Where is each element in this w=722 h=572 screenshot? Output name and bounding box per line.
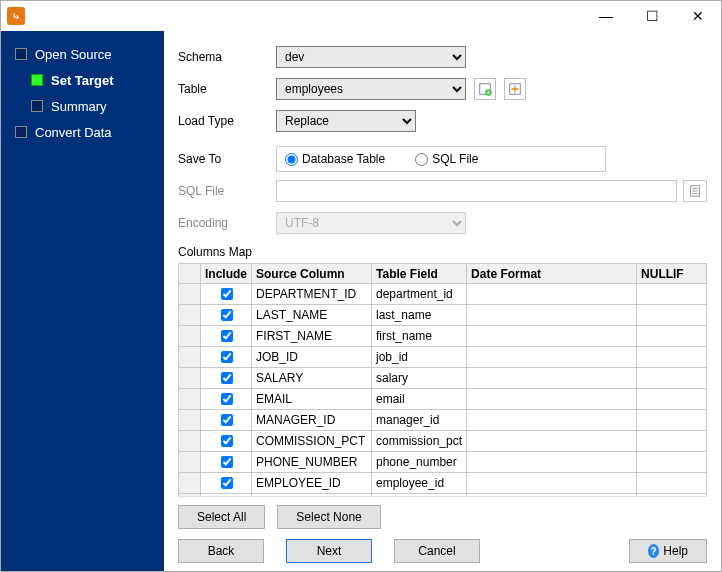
row-header[interactable] xyxy=(179,305,201,326)
field-cell[interactable]: first_name xyxy=(372,326,467,347)
source-cell[interactable]: JOB_ID xyxy=(252,347,372,368)
field-cell[interactable]: salary xyxy=(372,368,467,389)
nullif-cell[interactable] xyxy=(637,473,707,494)
include-checkbox[interactable] xyxy=(221,477,233,489)
table-row[interactable]: JOB_IDjob_id xyxy=(179,347,707,368)
source-cell[interactable]: EMPLOYEE_ID xyxy=(252,473,372,494)
saveto-sql-radio[interactable]: SQL File xyxy=(415,152,478,166)
format-cell[interactable] xyxy=(467,326,637,347)
nullif-header[interactable]: NULLIF xyxy=(637,264,707,284)
back-button[interactable]: Back xyxy=(178,539,264,563)
source-cell[interactable]: EMAIL xyxy=(252,389,372,410)
cancel-button[interactable]: Cancel xyxy=(394,539,480,563)
include-checkbox[interactable] xyxy=(221,393,233,405)
row-header[interactable] xyxy=(179,410,201,431)
field-cell[interactable]: phone_number xyxy=(372,452,467,473)
include-cell[interactable] xyxy=(201,410,252,431)
table-row[interactable]: FIRST_NAMEfirst_name xyxy=(179,326,707,347)
field-cell[interactable]: employee_id xyxy=(372,473,467,494)
browse-file-icon[interactable] xyxy=(683,180,707,202)
include-cell[interactable] xyxy=(201,305,252,326)
table-row[interactable]: PHONE_NUMBERphone_number xyxy=(179,452,707,473)
include-checkbox[interactable] xyxy=(221,351,233,363)
refresh-table-icon[interactable]: + xyxy=(474,78,496,100)
format-cell[interactable] xyxy=(467,305,637,326)
source-cell[interactable]: MANAGER_ID xyxy=(252,410,372,431)
include-cell[interactable] xyxy=(201,452,252,473)
format-cell[interactable] xyxy=(467,368,637,389)
nullif-cell[interactable] xyxy=(637,410,707,431)
nullif-cell[interactable] xyxy=(637,389,707,410)
row-header[interactable] xyxy=(179,347,201,368)
table-row[interactable]: EMAILemail xyxy=(179,389,707,410)
include-checkbox[interactable] xyxy=(221,435,233,447)
sidebar-item[interactable]: Open Source xyxy=(1,41,164,67)
nullif-cell[interactable] xyxy=(637,347,707,368)
source-cell[interactable]: PHONE_NUMBER xyxy=(252,452,372,473)
nullif-cell[interactable] xyxy=(637,326,707,347)
new-table-icon[interactable] xyxy=(504,78,526,100)
nullif-cell[interactable] xyxy=(637,284,707,305)
row-header[interactable] xyxy=(179,326,201,347)
format-cell[interactable] xyxy=(467,473,637,494)
loadtype-select[interactable]: Replace xyxy=(276,110,416,132)
table-row[interactable]: DEPARTMENT_IDdepartment_id xyxy=(179,284,707,305)
field-cell[interactable]: department_id xyxy=(372,284,467,305)
minimize-button[interactable]: — xyxy=(583,1,629,31)
include-checkbox[interactable] xyxy=(221,414,233,426)
include-checkbox[interactable] xyxy=(221,309,233,321)
nullif-cell[interactable] xyxy=(637,431,707,452)
row-header[interactable] xyxy=(179,431,201,452)
include-cell[interactable] xyxy=(201,347,252,368)
include-cell[interactable] xyxy=(201,389,252,410)
include-checkbox[interactable] xyxy=(221,372,233,384)
field-cell[interactable]: commission_pct xyxy=(372,431,467,452)
help-button[interactable]: ? Help xyxy=(629,539,707,563)
include-cell[interactable] xyxy=(201,431,252,452)
sidebar-item[interactable]: Set Target xyxy=(1,67,164,93)
sidebar-item[interactable]: Convert Data xyxy=(1,119,164,145)
row-header[interactable] xyxy=(179,473,201,494)
include-checkbox[interactable] xyxy=(221,288,233,300)
source-cell[interactable]: COMMISSION_PCT xyxy=(252,431,372,452)
source-cell[interactable]: SALARY xyxy=(252,368,372,389)
format-cell[interactable] xyxy=(467,452,637,473)
table-row[interactable]: SALARYsalary xyxy=(179,368,707,389)
include-checkbox[interactable] xyxy=(221,330,233,342)
include-cell[interactable] xyxy=(201,284,252,305)
nullif-cell[interactable] xyxy=(637,368,707,389)
field-cell[interactable]: last_name xyxy=(372,305,467,326)
row-header[interactable] xyxy=(179,284,201,305)
include-header[interactable]: Include xyxy=(201,264,252,284)
select-all-button[interactable]: Select All xyxy=(178,505,265,529)
include-checkbox[interactable] xyxy=(221,456,233,468)
table-row[interactable]: MANAGER_IDmanager_id xyxy=(179,410,707,431)
source-cell[interactable]: FIRST_NAME xyxy=(252,326,372,347)
field-cell[interactable]: manager_id xyxy=(372,410,467,431)
source-header[interactable]: Source Column xyxy=(252,264,372,284)
nullif-cell[interactable] xyxy=(637,452,707,473)
field-cell[interactable]: email xyxy=(372,389,467,410)
row-header[interactable] xyxy=(179,368,201,389)
format-header[interactable]: Date Format xyxy=(467,264,637,284)
nullif-cell[interactable] xyxy=(637,305,707,326)
field-cell[interactable]: job_id xyxy=(372,347,467,368)
format-cell[interactable] xyxy=(467,431,637,452)
maximize-button[interactable]: ☐ xyxy=(629,1,675,31)
format-cell[interactable] xyxy=(467,284,637,305)
include-cell[interactable] xyxy=(201,326,252,347)
format-cell[interactable] xyxy=(467,389,637,410)
close-button[interactable]: ✕ xyxy=(675,1,721,31)
source-cell[interactable]: LAST_NAME xyxy=(252,305,372,326)
include-cell[interactable] xyxy=(201,368,252,389)
format-cell[interactable] xyxy=(467,410,637,431)
next-button[interactable]: Next xyxy=(286,539,372,563)
source-cell[interactable]: DEPARTMENT_ID xyxy=(252,284,372,305)
saveto-db-radio[interactable]: Database Table xyxy=(285,152,385,166)
select-none-button[interactable]: Select None xyxy=(277,505,380,529)
schema-select[interactable]: dev xyxy=(276,46,466,68)
table-row[interactable]: EMPLOYEE_IDemployee_id xyxy=(179,473,707,494)
sidebar-item[interactable]: Summary xyxy=(1,93,164,119)
table-select[interactable]: employees xyxy=(276,78,466,100)
field-header[interactable]: Table Field xyxy=(372,264,467,284)
